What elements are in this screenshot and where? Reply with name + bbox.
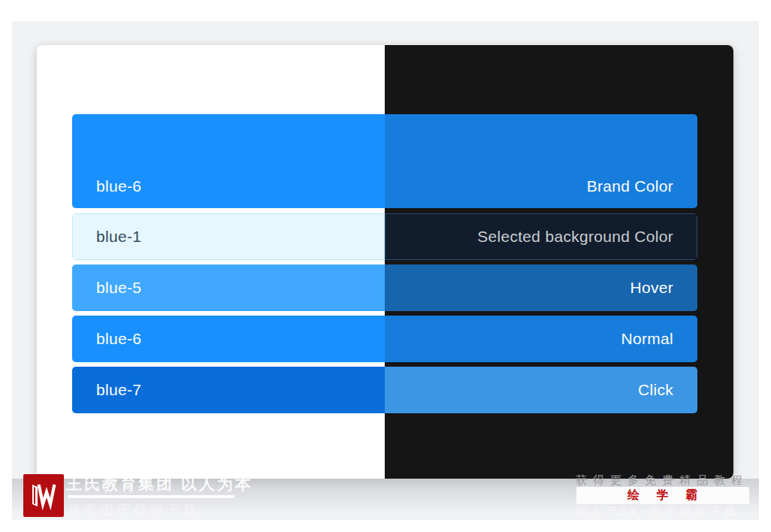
swatch-token-label: blue-1 <box>96 228 141 246</box>
wangs-education-logo <box>23 474 64 517</box>
swatch-usage-label: Normal <box>621 330 673 348</box>
swatch-token-label: blue-6 <box>96 177 141 195</box>
palette-row: blue-6 Brand Color <box>72 114 697 208</box>
swatch-token-label: blue-7 <box>96 381 141 399</box>
split-theme-card: blue-6 Brand Color blue-1 Selected backg… <box>37 45 733 479</box>
swatch-dark-theme: Hover <box>385 264 697 311</box>
watermark-company-text: 王氏教育集团 以人为本 <box>66 473 253 494</box>
watermark-company-subtext: 独家图库模板下载 <box>68 501 200 518</box>
swatch-light-theme: blue-7 <box>72 367 385 413</box>
swatch-dark-theme: Brand Color <box>385 114 697 208</box>
watermark-underline <box>68 495 234 498</box>
promo-subtext: 超人气5k+图库模板下载 <box>576 504 739 520</box>
brand-strip: 绘 学 霸 <box>576 487 749 504</box>
palette-row: blue-1 Selected background Color <box>72 213 697 260</box>
palette-row: blue-6 Normal <box>72 316 697 362</box>
swatch-usage-label: Selected background Color <box>477 228 673 246</box>
swatch-dark-theme: Click <box>385 367 697 413</box>
w-book-logo-icon <box>29 481 59 511</box>
swatch-light-theme: blue-6 <box>72 316 385 362</box>
palette-row: blue-5 Hover <box>72 264 697 311</box>
swatch-usage-label: Brand Color <box>587 177 673 195</box>
palette-rows: blue-6 Brand Color blue-1 Selected backg… <box>72 114 697 418</box>
promo-text: 获得更多免费精品教程 <box>576 473 748 488</box>
swatch-usage-label: Click <box>638 381 673 399</box>
swatch-token-label: blue-5 <box>96 279 141 297</box>
slide-page: blue-6 Brand Color blue-1 Selected backg… <box>0 0 771 532</box>
palette-row: blue-7 Click <box>72 367 697 413</box>
swatch-dark-theme: Selected background Color <box>385 213 697 260</box>
swatch-dark-theme: Normal <box>385 316 697 362</box>
brand-name-huixueba: 绘 学 霸 <box>627 488 704 503</box>
swatch-light-theme: blue-1 <box>72 213 385 260</box>
swatch-usage-label: Hover <box>630 279 673 297</box>
swatch-light-theme: blue-6 <box>72 114 385 208</box>
swatch-token-label: blue-6 <box>96 330 141 348</box>
swatch-light-theme: blue-5 <box>72 264 385 311</box>
